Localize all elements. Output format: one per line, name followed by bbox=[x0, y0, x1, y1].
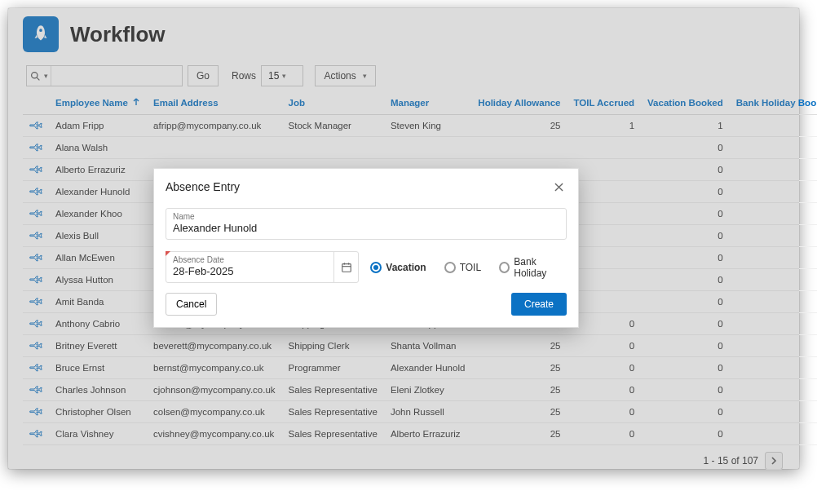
search-menu-button[interactable] bbox=[27, 66, 51, 86]
row-action-button[interactable] bbox=[23, 225, 49, 247]
col-holiday[interactable]: Holiday Allowance bbox=[471, 91, 567, 115]
pager-next-button[interactable] bbox=[765, 452, 783, 470]
radio-dot-icon bbox=[370, 262, 382, 273]
name-label: Name bbox=[173, 212, 559, 221]
cell-vacation-booked: 0 bbox=[641, 203, 730, 225]
cell-vacation-booked: 0 bbox=[641, 137, 730, 159]
page-header: Workflow bbox=[8, 8, 799, 60]
radio-vacation-label: Vacation bbox=[386, 262, 426, 273]
row-action-button[interactable] bbox=[23, 423, 49, 445]
cell-vacation-booked: 0 bbox=[641, 335, 730, 357]
table-row: Clara Vishneycvishney@mycompany.co.ukSal… bbox=[23, 423, 817, 445]
col-employee[interactable]: Employee Name bbox=[49, 91, 147, 115]
cell-employee: Charles Johnson bbox=[49, 379, 147, 401]
col-bank-holiday-booked[interactable]: Bank Holiday Booked bbox=[730, 91, 817, 115]
cell-employee: Anthony Cabrio bbox=[49, 313, 147, 335]
date-picker-button[interactable] bbox=[333, 252, 358, 282]
radio-vacation[interactable]: Vacation bbox=[370, 262, 426, 273]
cell-employee: Alexander Khoo bbox=[49, 203, 147, 225]
row-action-button[interactable] bbox=[23, 247, 49, 269]
absence-date-input[interactable] bbox=[173, 264, 327, 277]
cell-manager: Alexander Hunold bbox=[384, 357, 471, 379]
row-action-button[interactable] bbox=[23, 181, 49, 203]
radio-toil-label: TOIL bbox=[460, 262, 481, 273]
radio-toil[interactable]: TOIL bbox=[444, 262, 481, 273]
cell-vacation-booked: 0 bbox=[641, 247, 730, 269]
cell-bank-booked: 0 bbox=[730, 225, 817, 247]
cell-email: afripp@mycompany.co.uk bbox=[147, 115, 282, 137]
cell-employee: Alberto Errazuriz bbox=[49, 159, 147, 181]
actions-button[interactable]: Actions bbox=[315, 65, 375, 86]
cell-bank-booked: 0 bbox=[730, 181, 817, 203]
cell-manager: Eleni Zlotkey bbox=[384, 379, 471, 401]
cell-holiday: 25 bbox=[471, 357, 567, 379]
radio-bank-label: Bank Holiday bbox=[514, 256, 567, 279]
search-icon bbox=[30, 71, 41, 82]
row-action-button[interactable] bbox=[23, 203, 49, 225]
cell-bank-booked: 0 bbox=[730, 357, 817, 379]
cell-employee: Amit Banda bbox=[49, 291, 147, 313]
svg-rect-2 bbox=[342, 263, 351, 272]
table-row: Britney Everettbeverett@mycompany.co.ukS… bbox=[23, 335, 817, 357]
row-action-button[interactable] bbox=[23, 115, 49, 137]
col-toil-accrued[interactable]: TOIL Accrued bbox=[567, 91, 642, 115]
cell-manager: John Russell bbox=[384, 401, 471, 423]
cell-vacation-booked: 0 bbox=[641, 181, 730, 203]
search-input[interactable] bbox=[51, 67, 182, 85]
cell-toil-accrued bbox=[567, 137, 642, 159]
modal-body: Name Absence Date bbox=[154, 203, 578, 285]
cell-email: beverett@mycompany.co.uk bbox=[147, 335, 282, 357]
go-button[interactable]: Go bbox=[188, 65, 219, 86]
row-action-button[interactable] bbox=[23, 313, 49, 335]
row-action-button[interactable] bbox=[23, 335, 49, 357]
cell-job: Sales Representative bbox=[282, 423, 384, 445]
cell-vacation-booked: 0 bbox=[641, 269, 730, 291]
cell-toil-accrued: 1 bbox=[567, 115, 642, 137]
close-icon bbox=[554, 183, 563, 192]
col-email[interactable]: Email Address bbox=[147, 91, 282, 115]
cell-vacation-booked: 0 bbox=[641, 379, 730, 401]
cell-email: colsen@mycompany.co.uk bbox=[147, 401, 282, 423]
col-job[interactable]: Job bbox=[282, 91, 384, 115]
cell-vacation-booked: 0 bbox=[641, 401, 730, 423]
cell-email: cvishney@mycompany.co.uk bbox=[147, 423, 282, 445]
col-vacation-booked[interactable]: Vacation Booked bbox=[641, 91, 730, 115]
modal-close-button[interactable] bbox=[550, 179, 567, 195]
row-action-button[interactable] bbox=[23, 401, 49, 423]
row-action-button[interactable] bbox=[23, 357, 49, 379]
radio-bank-holiday[interactable]: Bank Holiday bbox=[499, 256, 567, 279]
cell-job: Programmer bbox=[282, 357, 384, 379]
cancel-button[interactable]: Cancel bbox=[166, 293, 217, 316]
cell-vacation-booked: 0 bbox=[641, 423, 730, 445]
rows-select[interactable]: 15 bbox=[261, 65, 303, 86]
cell-bank-booked: 0 bbox=[730, 379, 817, 401]
cell-email: bernst@mycompany.co.uk bbox=[147, 357, 282, 379]
row-action-button[interactable] bbox=[23, 291, 49, 313]
cell-email: cjohnson@mycompany.co.uk bbox=[147, 379, 282, 401]
cell-vacation-booked: 0 bbox=[641, 291, 730, 313]
cell-vacation-booked: 1 bbox=[641, 115, 730, 137]
cell-bank-booked: 0 bbox=[730, 423, 817, 445]
row-action-button[interactable] bbox=[23, 137, 49, 159]
row-action-button[interactable] bbox=[23, 159, 49, 181]
cell-employee: Allan McEwen bbox=[49, 247, 147, 269]
table-row: Alana Walsh010 bbox=[23, 137, 817, 159]
cell-bank-booked: 0 bbox=[730, 115, 817, 137]
cell-job: Shipping Clerk bbox=[282, 335, 384, 357]
toolbar: Go Rows 15 Actions bbox=[8, 60, 799, 91]
name-input[interactable] bbox=[173, 221, 559, 234]
col-manager[interactable]: Manager bbox=[384, 91, 471, 115]
radio-dot-icon bbox=[499, 262, 510, 273]
cell-vacation-booked: 0 bbox=[641, 225, 730, 247]
create-button[interactable]: Create bbox=[511, 293, 567, 316]
cell-employee: Alexander Hunold bbox=[49, 181, 147, 203]
table-row: Christopher Olsencolsen@mycompany.co.ukS… bbox=[23, 401, 817, 423]
absence-date-label: Absence Date bbox=[173, 255, 327, 264]
row-action-button[interactable] bbox=[23, 269, 49, 291]
cell-vacation-booked: 0 bbox=[641, 357, 730, 379]
cell-bank-booked: 0 bbox=[730, 401, 817, 423]
cell-bank-booked: 0 bbox=[730, 269, 817, 291]
cell-vacation-booked: 0 bbox=[641, 159, 730, 181]
rows-value: 15 bbox=[268, 70, 279, 82]
row-action-button[interactable] bbox=[23, 379, 49, 401]
